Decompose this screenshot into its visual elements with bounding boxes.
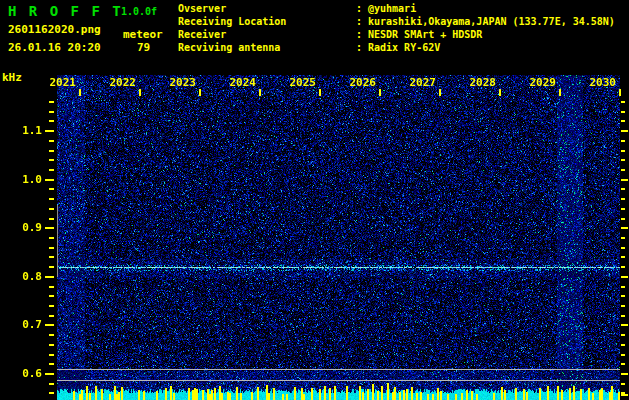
x-axis-tick-label: 2022 <box>106 76 136 89</box>
y-axis-minor-tick-right <box>621 218 625 220</box>
y-axis-minor-tick <box>49 169 54 171</box>
y-axis-minor-tick-right <box>621 354 625 356</box>
y-axis-minor-tick-right <box>621 315 625 317</box>
app-title: H R O F F T <box>8 3 123 19</box>
info-colon: : <box>356 2 368 15</box>
y-axis-minor-tick-right <box>621 334 625 336</box>
y-axis-minor-tick-right <box>621 305 625 307</box>
y-axis-major-tick-right <box>621 324 628 326</box>
y-axis-minor-tick <box>49 120 54 122</box>
y-axis-tick-label: 0.9 <box>0 221 42 234</box>
y-axis-minor-tick-right <box>621 150 625 152</box>
info-label: Receiver <box>178 28 356 41</box>
info-value: @yuhmari <box>368 3 416 14</box>
x-axis-tick-label: 2027 <box>406 76 436 89</box>
y-axis-minor-tick <box>49 150 54 152</box>
y-axis-minor-tick <box>49 218 54 220</box>
info-label: Recviving antenna <box>178 41 356 54</box>
spectrogram-canvas <box>57 75 620 400</box>
x-axis-tick <box>139 89 141 96</box>
right-edge-bottom-tick <box>621 394 628 396</box>
y-axis-tick-label: 0.6 <box>0 367 42 380</box>
y-axis-minor-tick-right <box>621 169 625 171</box>
y-axis-minor-tick <box>49 344 54 346</box>
x-axis-tick <box>79 89 81 96</box>
y-axis-minor-tick <box>49 363 54 365</box>
y-axis-minor-tick <box>49 208 54 210</box>
x-axis-tick <box>379 89 381 96</box>
info-label: Receiving Location <box>178 15 356 28</box>
y-axis-minor-tick <box>49 392 54 394</box>
y-axis-minor-tick-right <box>621 266 625 268</box>
x-axis-tick <box>439 89 441 96</box>
y-axis-minor-tick-right <box>621 140 625 142</box>
y-axis-unit-label: kHz <box>2 71 22 84</box>
y-axis-major-tick <box>45 179 54 181</box>
y-axis-major-tick-right <box>621 227 628 229</box>
x-axis-tick-label: 2029 <box>526 76 556 89</box>
y-axis-minor-tick <box>49 140 54 142</box>
y-axis-minor-tick-right <box>621 101 625 103</box>
y-axis-minor-tick <box>49 334 54 336</box>
y-axis-minor-tick <box>49 111 54 113</box>
info-row-antenna: Recviving antenna:Radix RY-62V <box>178 41 615 54</box>
y-axis-tick-label: 1.1 <box>0 124 42 137</box>
y-axis-minor-tick-right <box>621 188 625 190</box>
y-axis-tick-label: 0.8 <box>0 270 42 283</box>
x-axis-tick-label: 2030 <box>586 76 616 89</box>
y-axis-minor-tick <box>49 266 54 268</box>
y-axis-minor-tick <box>49 188 54 190</box>
info-row-location: Receiving Location:kurashiki,Okayama,JAP… <box>178 15 615 28</box>
y-axis-minor-tick-right <box>621 247 625 249</box>
info-value: NESDR SMArt + HDSDR <box>368 29 482 40</box>
hrofft-screen: H R O F F T 1.0.0f 2601162020.png meteor… <box>0 0 629 400</box>
y-axis-major-tick <box>45 227 54 229</box>
info-value: kurashiki,Okayama,JAPAN (133.77E, 34.58N… <box>368 16 615 27</box>
filename-label: 2601162020.png <box>8 23 101 36</box>
y-axis-minor-tick-right <box>621 159 625 161</box>
info-label: Ovserver <box>178 2 356 15</box>
y-axis-major-tick-right <box>621 130 628 132</box>
y-axis-major-tick <box>45 324 54 326</box>
y-axis-minor-tick <box>49 101 54 103</box>
y-axis-minor-tick-right <box>621 198 625 200</box>
info-colon: : <box>356 41 368 54</box>
x-axis-tick <box>559 89 561 96</box>
y-axis-minor-tick <box>49 286 54 288</box>
y-axis-tick-label: 1.0 <box>0 173 42 186</box>
y-axis-major-tick-right <box>621 179 628 181</box>
x-axis-tick <box>499 89 501 96</box>
receiver-info-block: Ovserver:@yuhmari Receiving Location:kur… <box>178 2 615 54</box>
y-axis-minor-tick <box>49 315 54 317</box>
y-axis-minor-tick <box>49 159 54 161</box>
x-axis-tick <box>259 89 261 96</box>
x-axis-tick-label: 2024 <box>226 76 256 89</box>
y-axis-major-tick-right <box>621 276 628 278</box>
mode-label: meteor <box>123 28 163 41</box>
x-axis-tick-label: 2026 <box>346 76 376 89</box>
y-axis-minor-tick <box>49 305 54 307</box>
y-axis-minor-tick-right <box>621 286 625 288</box>
x-axis-tick-label: 2025 <box>286 76 316 89</box>
y-axis-minor-tick <box>49 247 54 249</box>
y-axis-minor-tick <box>49 237 54 239</box>
y-axis-tick-label: 0.7 <box>0 318 42 331</box>
y-axis-major-tick <box>45 373 54 375</box>
y-axis-minor-tick <box>49 383 54 385</box>
info-value: Radix RY-62V <box>368 42 440 53</box>
x-axis-tick-label: 2023 <box>166 76 196 89</box>
y-axis-minor-tick-right <box>621 256 625 258</box>
info-colon: : <box>356 28 368 41</box>
info-row-receiver: Receiver:NESDR SMArt + HDSDR <box>178 28 615 41</box>
y-axis-minor-tick <box>49 295 54 297</box>
x-axis-tick <box>199 89 201 96</box>
y-axis-minor-tick-right <box>621 295 625 297</box>
y-axis-minor-tick-right <box>621 111 625 113</box>
echo-count-value: 79 <box>137 41 150 54</box>
y-axis-major-tick-right <box>621 373 628 375</box>
y-axis-minor-tick-right <box>621 237 625 239</box>
y-axis-major-tick <box>45 276 54 278</box>
y-axis-minor-tick <box>49 354 54 356</box>
x-axis-tick <box>319 89 321 96</box>
x-axis-tick-label: 2021 <box>46 76 76 89</box>
